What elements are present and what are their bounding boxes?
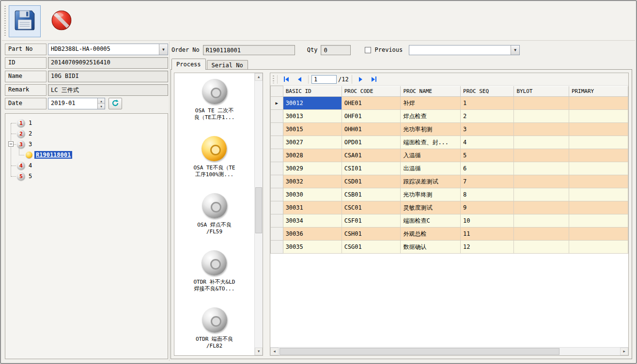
grid-cell[interactable]: OHE01 [342,97,401,110]
grid-cell[interactable] [514,175,569,188]
grid-cell[interactable] [514,97,569,110]
tree-node[interactable]: 55 [7,171,166,182]
scrollbar-thumb[interactable] [255,187,262,233]
last-page-button[interactable] [368,75,380,84]
spin-up-icon[interactable]: ▲ [98,98,105,104]
grid-cell[interactable]: 3 [461,123,514,136]
tree-collapse-icon[interactable] [8,141,14,147]
grid-column-header[interactable]: PRIMARY [569,86,628,97]
previous-checkbox[interactable] [365,47,371,53]
grid-cell[interactable]: 光功率初测 [401,123,461,136]
stop-button[interactable] [46,5,78,37]
scroll-left-icon[interactable]: ◀ [270,348,279,355]
row-selector[interactable]: ▶ [271,97,283,110]
grid-cell[interactable]: OHF01 [342,110,401,123]
tree-node[interactable]: 11 [7,118,166,128]
row-selector[interactable] [271,228,283,241]
grid-cell[interactable]: 2 [461,110,514,123]
grid-cell[interactable]: 6 [461,162,514,175]
spin-down-icon[interactable]: ▼ [98,104,105,109]
grid-cell[interactable]: 30012 [283,97,342,110]
grid-column-header[interactable]: PROC NAME [401,86,461,97]
scroll-right-icon[interactable]: ▶ [620,348,628,355]
tree-node[interactable]: 33 [7,139,166,150]
grid-cell[interactable] [514,110,569,123]
grid-cell[interactable] [569,175,628,188]
grid-cell[interactable] [514,162,569,175]
grid-cell[interactable]: 30031 [283,201,342,214]
row-selector[interactable] [271,162,283,175]
grid-cell[interactable]: 30035 [283,241,342,254]
grid-cell[interactable] [569,149,628,162]
grid-cell[interactable] [569,162,628,175]
grid-cell[interactable]: 出温循 [401,162,461,175]
defect-item[interactable]: OSA TE不良（TE 工序100%测... [194,136,235,193]
grid-cell[interactable]: 30028 [283,149,342,162]
row-selector[interactable] [271,123,283,136]
first-page-button[interactable] [280,75,292,84]
grid-cell[interactable]: 跟踪误差测试 [401,175,461,188]
row-selector[interactable] [271,149,283,162]
defect-item[interactable]: OTDR 端面不良 /FL82 [196,307,233,355]
grid-cell[interactable]: 30013 [283,110,342,123]
grid-cell[interactable]: 1 [461,97,514,110]
navigator-grip[interactable] [273,76,274,83]
chevron-down-icon[interactable]: ▼ [511,46,519,55]
grid-cell[interactable]: 7 [461,175,514,188]
grid-cell[interactable]: 30029 [283,162,342,175]
grid-column-header[interactable]: PROC SEQ [461,86,514,97]
scroll-up-icon[interactable]: ▲ [255,73,263,81]
scroll-down-icon[interactable]: ▼ [255,348,263,355]
row-selector[interactable] [271,110,283,123]
grid-cell[interactable]: CSC01 [342,201,401,214]
grid-cell[interactable] [569,214,628,228]
grid-cell[interactable]: 30036 [283,228,342,241]
row-selector[interactable] [271,201,283,214]
date-spinner[interactable]: 2019-01 ▲ ▼ [48,98,105,109]
grid-cell[interactable]: 10 [461,214,514,228]
grid-column-header[interactable]: PROC CODE [342,86,401,97]
grid-cell[interactable]: OHH01 [342,123,401,136]
previous-page-button[interactable] [294,75,305,84]
tree-node-order[interactable]: R190118001 [7,150,166,160]
grid-cell[interactable]: CSI01 [342,162,401,175]
grid-cell[interactable]: CSH01 [342,228,401,241]
grid-cell[interactable]: 入温循 [401,149,461,162]
save-button[interactable] [9,5,41,37]
row-selector[interactable] [271,136,283,149]
grid-cell[interactable]: 4 [461,136,514,149]
part-no-combo[interactable]: HDB2388L-HA-00005 ▼ [48,44,168,55]
next-page-button[interactable] [355,75,367,84]
scrollbar-track[interactable] [279,348,620,355]
grid-column-header[interactable]: BASIC ID [283,86,342,97]
grid-cell[interactable] [514,123,569,136]
grid-cell[interactable]: 11 [461,228,514,241]
grid-cell[interactable]: 30032 [283,175,342,188]
grid-cell[interactable] [514,188,569,201]
grid-cell[interactable] [569,136,628,149]
grid-cell[interactable] [569,123,628,136]
row-selector[interactable] [271,188,283,201]
grid-cell[interactable]: 30015 [283,123,342,136]
grid-cell[interactable]: 9 [461,201,514,214]
grid-cell[interactable]: 端面检查、封... [401,136,461,149]
grid-cell[interactable]: 30027 [283,136,342,149]
grid-cell[interactable]: 数据确认 [401,241,461,254]
grid-cell[interactable] [514,136,569,149]
row-selector[interactable] [271,175,283,188]
grid-cell[interactable] [569,188,628,201]
tree-node[interactable]: 22 [7,128,166,139]
previous-combo[interactable]: ▼ [409,45,520,55]
grid-cell[interactable]: 8 [461,188,514,201]
grid-cell[interactable] [569,97,628,110]
grid-cell[interactable]: 12 [461,241,514,254]
grid-cell[interactable] [514,214,569,228]
grid-cell[interactable] [514,241,569,254]
grid-column-header[interactable]: BYLOT [514,86,569,97]
grid-cell[interactable]: CSG01 [342,241,401,254]
grid-cell[interactable]: 灵敏度测试 [401,201,461,214]
grid-cell[interactable]: 5 [461,149,514,162]
defect-item[interactable]: OSA 焊点不良 /FL59 [197,193,232,250]
grid-cell[interactable] [514,201,569,214]
grid-cell[interactable]: 30034 [283,214,342,228]
